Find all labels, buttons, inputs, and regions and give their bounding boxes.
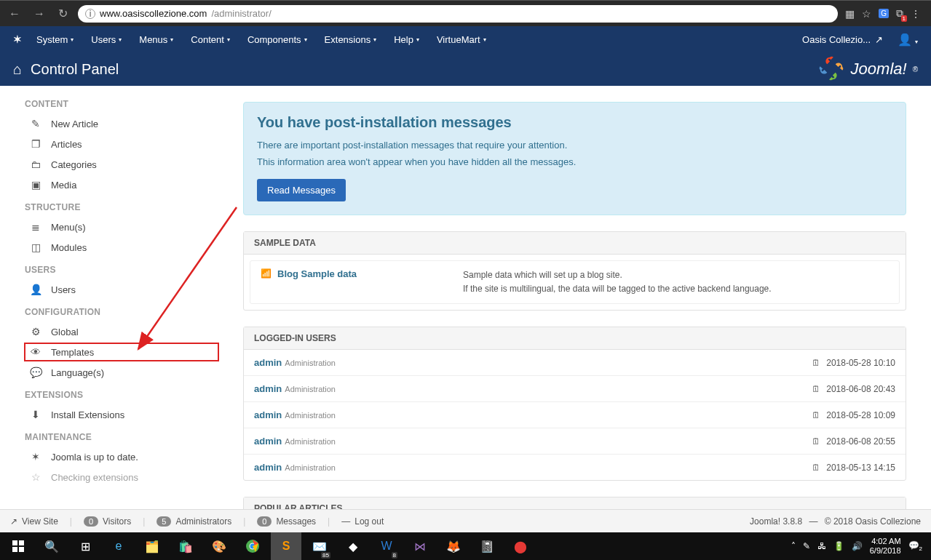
record-icon[interactable]: ⬤ [505,532,536,560]
app-icon-1[interactable]: 🎨 [204,532,234,560]
taskview-icon[interactable]: ⊞ [70,532,100,560]
sidebar-check-ext[interactable]: ☆Checking extensions [25,468,218,486]
menu-users[interactable]: Users▾ [91,34,122,45]
logged-in-row: admin Administration🗓2018-06-08 20:43 [244,376,906,402]
edge-icon[interactable]: e [103,532,134,560]
main-container: CONTENT ✎New Article ❐Articles 🗀Categori… [0,86,931,509]
sidebar-joomla-uptodate[interactable]: ✶Joomla is up to date. [25,448,218,465]
calendar-icon: 🗓 [812,436,820,447]
logout-link[interactable]: — Log out [341,516,384,527]
sidebar-media[interactable]: ▣Media [25,176,218,193]
site-info-icon[interactable]: i [85,9,95,19]
app-icon-2[interactable]: ◆ [338,532,368,560]
user-name-link[interactable]: admin [254,357,282,368]
vs-icon[interactable]: ⋈ [405,532,435,560]
browser-chrome: ← → ↻ i www.oasiscollezione.com/administ… [0,0,931,26]
tray-battery-icon[interactable]: 🔋 [833,541,844,551]
sidebar-articles[interactable]: ❐Articles [25,135,218,153]
devices-icon[interactable]: ⧉1 [896,7,903,20]
menu-components[interactable]: Components▾ [247,34,307,45]
user-name-link[interactable]: admin [254,462,282,473]
reload-button[interactable]: ↻ [55,7,71,20]
word-icon[interactable]: W8 [371,532,402,560]
back-button[interactable]: ← [6,7,23,20]
address-bar[interactable]: i www.oasiscollezione.com/administrator/ [78,5,838,23]
firefox-icon[interactable]: 🦊 [438,532,469,560]
pencil-icon: ✎ [29,118,42,129]
sample-data-desc: Sample data which will set up a blog sit… [463,268,772,296]
sidebar-languages[interactable]: 💬Language(s) [25,364,218,381]
chrome-menu-icon[interactable]: ⋮ [911,8,921,20]
chrome-icon[interactable] [237,532,268,560]
notepad-icon[interactable]: 📓 [472,532,502,560]
explorer-icon[interactable]: 🗂️ [137,532,167,560]
sublime-icon[interactable]: S [271,532,301,560]
start-button[interactable] [3,532,33,560]
sample-data-panel: SAMPLE DATA 📶 Blog Sample data Sample da… [243,231,906,311]
post-install-title: You have post-installation messages [257,114,892,131]
user-role: Administration [285,411,336,420]
tray-chevron-icon[interactable]: ˄ [791,541,796,551]
sidebar-global[interactable]: ⚙Global [25,323,218,340]
translate-icon[interactable]: G [879,9,889,18]
search-icon[interactable]: 🔍 [36,532,67,560]
sample-data-link[interactable]: 📶 Blog Sample data [261,268,450,296]
sidebar-categories[interactable]: 🗀Categories [25,156,218,173]
mail-icon[interactable]: ✉️85 [304,532,335,560]
home-icon: ⌂ [13,61,22,78]
notifications-icon[interactable]: 💬2 [908,540,922,552]
bookmark-icon[interactable]: ☆ [862,8,871,20]
popular-heading: POPULAR ARTICLES [244,497,906,509]
user-name-link[interactable]: admin [254,436,282,447]
messages-status[interactable]: 0Messages [257,516,316,527]
sidebar-modules[interactable]: ◫Modules [25,239,218,256]
post-install-line1: There are important post-installation me… [257,140,892,151]
extension-icon[interactable]: ▦ [845,8,855,20]
sidebar-new-article[interactable]: ✎New Article [25,115,218,132]
comment-icon: 💬 [29,367,42,378]
menu-extensions[interactable]: Extensions▾ [325,34,377,45]
logo-text: Joomla! [851,60,907,79]
side-heading-content: CONTENT [25,99,218,109]
sidebar-menus[interactable]: ≣Menu(s) [25,218,218,236]
main-menu: System▾ Users▾ Menus▾ Content▾ Component… [36,34,486,45]
menu-help[interactable]: Help▾ [394,34,419,45]
user-role: Administration [285,463,336,472]
menu-menus[interactable]: Menus▾ [139,34,173,45]
calendar-icon: 🗓 [812,358,820,368]
sidebar-users[interactable]: 👤Users [25,281,218,298]
tray-network-icon[interactable]: 🖧 [817,541,826,551]
read-messages-button[interactable]: Read Messages [257,179,346,201]
admin-status-bar: ↗ View Site | 0Visitors | 5Administrator… [0,509,931,532]
view-site-link[interactable]: ↗ View Site [10,516,58,527]
browser-actions: ▦ ☆ G ⧉1 ⋮ [845,7,925,20]
wifi-icon: 📶 [261,268,272,279]
tray-volume-icon[interactable]: 🔊 [852,541,863,551]
content-area: You have post-installation messages Ther… [226,86,931,509]
site-link[interactable]: Oasis Collezio... ↗ [802,34,883,45]
taskbar-clock[interactable]: 4:02 AM 6/9/2018 [870,537,901,556]
admins-status[interactable]: 5Administrators [157,516,231,527]
sidebar-install-ext[interactable]: ⬇Install Extensions [25,406,218,423]
login-time: 🗓2018-05-13 14:15 [812,463,895,473]
joomla-icon[interactable]: ✶ [13,33,22,45]
post-install-panel: You have post-installation messages Ther… [243,102,906,215]
user-name-link[interactable]: admin [254,409,282,420]
cube-icon: ◫ [29,241,42,253]
logged-in-heading: LOGGED-IN USERS [244,327,906,350]
side-heading-users: USERS [25,265,218,275]
menu-system[interactable]: System▾ [36,34,74,45]
user-name-link[interactable]: admin [254,383,282,394]
user-menu-icon[interactable]: 👤▾ [898,33,918,47]
eye-icon: 👁 [29,346,42,358]
logged-in-users-panel: LOGGED-IN USERS admin Administration🗓201… [243,327,906,481]
menu-content[interactable]: Content▾ [191,34,230,45]
calendar-icon: 🗓 [812,384,820,394]
forward-button[interactable]: → [31,7,48,20]
visitors-status[interactable]: 0Visitors [84,516,131,527]
image-icon: ▣ [29,179,42,191]
store-icon[interactable]: 🛍️ [170,532,201,560]
sidebar-templates[interactable]: 👁Templates [25,343,218,361]
menu-virtuemart[interactable]: VirtueMart▾ [437,34,486,45]
tray-app-icon[interactable]: ✎ [803,541,810,551]
